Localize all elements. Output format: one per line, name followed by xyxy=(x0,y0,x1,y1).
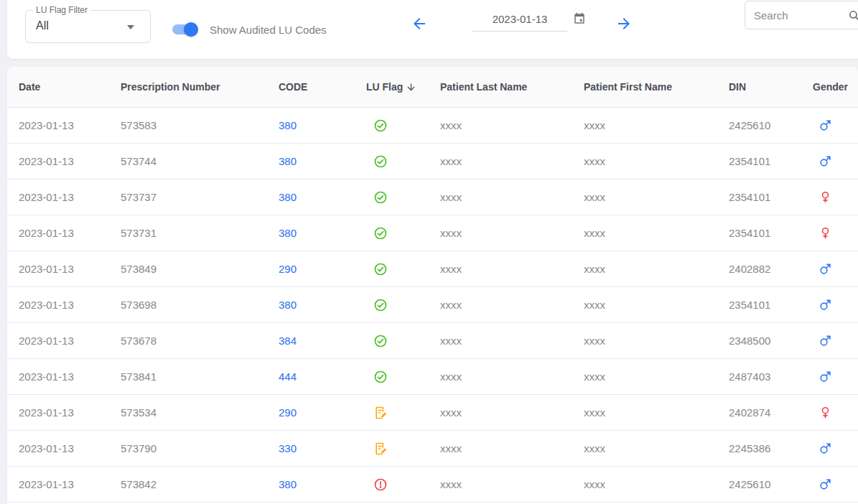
cell-patient-first-name: xxxx xyxy=(584,442,729,454)
code-link[interactable]: 380 xyxy=(279,478,297,490)
cell-patient-last-name: xxxx xyxy=(440,155,584,167)
cell-patient-last-name: xxxx xyxy=(440,335,584,347)
cell-din: 2354101 xyxy=(729,299,813,311)
check-circle-icon xyxy=(373,154,388,169)
table-row: 2023-01-13 573534 290 xxxx xxxx 2402874 xyxy=(7,395,858,431)
cell-patient-last-name: xxxx xyxy=(440,263,584,275)
code-link[interactable]: 380 xyxy=(279,299,297,311)
cell-patient-last-name: xxxx xyxy=(440,406,584,419)
calendar-picker-button[interactable] xyxy=(573,11,587,26)
cell-patient-last-name: xxxx xyxy=(440,227,584,239)
error-circle-icon xyxy=(373,477,388,492)
male-icon xyxy=(819,370,832,383)
column-header-lu-flag[interactable]: LU Flag xyxy=(366,81,440,93)
dropdown-caret-icon xyxy=(127,25,134,29)
column-header-prescription-number[interactable]: Prescription Number xyxy=(121,81,279,93)
show-audited-toggle-group: Show Audited LU Codes xyxy=(172,22,327,37)
table-row: 2023-01-13 573698 380 xxxx xxxx 2354101 xyxy=(7,287,858,323)
code-link[interactable]: 380 xyxy=(279,155,297,167)
table-row: 2023-01-13 573731 380 xxxx xxxx 2354101 xyxy=(7,215,858,251)
toolbar: LU Flag Filter All Show Audited LU Codes… xyxy=(7,0,858,59)
cell-din: 2402874 xyxy=(729,406,813,419)
cell-patient-last-name: xxxx xyxy=(440,478,584,490)
cell-patient-first-name: xxxx xyxy=(584,478,729,490)
column-header-patient-first-name[interactable]: Patient First Name xyxy=(584,81,729,93)
column-header-code[interactable]: CODE xyxy=(279,81,366,93)
cell-date: 2023-01-13 xyxy=(19,406,121,419)
column-header-patient-last-name[interactable]: Patient Last Name xyxy=(440,81,584,93)
date-value: 2023-01-13 xyxy=(493,13,548,25)
code-link[interactable]: 290 xyxy=(279,406,297,419)
cell-prescription-number: 573731 xyxy=(121,227,279,239)
edit-document-icon xyxy=(373,406,388,420)
table-body: 2023-01-13 573583 380 xxxx xxxx 2425610 xyxy=(7,108,858,503)
female-icon xyxy=(819,190,832,204)
code-link[interactable]: 330 xyxy=(279,442,297,454)
cell-patient-last-name: xxxx xyxy=(440,442,584,454)
cell-din: 2425610 xyxy=(729,478,813,490)
cell-date: 2023-01-13 xyxy=(19,335,121,347)
table-header: Date Prescription Number CODE LU Flag Pa… xyxy=(7,67,858,108)
cell-din: 2354101 xyxy=(729,191,813,203)
lu-codes-table: Date Prescription Number CODE LU Flag Pa… xyxy=(7,67,858,504)
arrow-right-icon xyxy=(615,15,633,32)
table-row: 2023-01-13 573841 444 xxxx xxxx 2487403 xyxy=(7,359,858,395)
cell-din: 2425610 xyxy=(729,119,813,131)
code-link[interactable]: 444 xyxy=(279,370,297,383)
male-icon xyxy=(819,334,832,347)
cell-prescription-number: 573583 xyxy=(121,119,279,131)
code-link[interactable]: 380 xyxy=(279,227,297,239)
male-icon xyxy=(819,442,832,455)
lu-flag-filter-value: All xyxy=(36,19,49,32)
cell-prescription-number: 573737 xyxy=(121,191,279,203)
cell-din: 2402882 xyxy=(729,263,813,275)
female-icon xyxy=(819,406,832,419)
cell-prescription-number: 573698 xyxy=(121,299,279,311)
check-circle-icon xyxy=(373,298,388,312)
search-input[interactable] xyxy=(754,1,847,29)
cell-patient-first-name: xxxx xyxy=(584,119,729,131)
cell-prescription-number: 573842 xyxy=(121,478,279,490)
table-row: 2023-01-13 573737 380 xxxx xxxx 2354101 xyxy=(7,179,858,215)
male-icon xyxy=(819,477,832,491)
cell-date: 2023-01-13 xyxy=(19,191,121,203)
column-header-gender[interactable]: Gender xyxy=(813,81,858,93)
cell-date: 2023-01-13 xyxy=(19,299,121,311)
cell-patient-first-name: xxxx xyxy=(584,335,729,347)
date-input[interactable]: 2023-01-13 xyxy=(472,9,567,32)
male-icon xyxy=(819,154,832,168)
code-link[interactable]: 384 xyxy=(279,335,297,347)
cell-patient-last-name: xxxx xyxy=(440,119,584,131)
cell-patient-first-name: xxxx xyxy=(584,227,729,239)
code-link[interactable]: 290 xyxy=(279,263,297,275)
column-header-date[interactable]: Date xyxy=(19,81,121,93)
table-row: 2023-01-13 573744 380 xxxx xxxx 2354101 xyxy=(7,144,858,179)
code-link[interactable]: 380 xyxy=(279,119,297,131)
cell-prescription-number: 573534 xyxy=(121,406,279,419)
calendar-icon xyxy=(573,12,586,25)
cell-patient-first-name: xxxx xyxy=(584,263,729,275)
check-circle-icon xyxy=(373,190,388,205)
check-circle-icon xyxy=(373,226,388,241)
lu-flag-filter-select[interactable]: LU Flag Filter All xyxy=(25,10,151,43)
cell-prescription-number: 573841 xyxy=(121,370,279,383)
search-box xyxy=(745,1,858,29)
previous-day-button[interactable] xyxy=(411,15,428,32)
cell-din: 2348500 xyxy=(729,335,813,347)
next-day-button[interactable] xyxy=(615,15,633,32)
show-audited-label: Show Audited LU Codes xyxy=(210,24,327,36)
cell-din: 2487403 xyxy=(729,370,813,383)
arrow-left-icon xyxy=(411,15,428,32)
cell-date: 2023-01-13 xyxy=(19,227,121,239)
check-circle-icon xyxy=(373,334,388,348)
cell-prescription-number: 573744 xyxy=(121,155,279,167)
check-circle-icon xyxy=(373,118,388,133)
cell-din: 2245386 xyxy=(729,442,813,454)
male-icon xyxy=(819,118,832,132)
male-icon xyxy=(819,298,832,312)
cell-date: 2023-01-13 xyxy=(19,442,121,454)
table-row: 2023-01-13 573583 380 xxxx xxxx 2425610 xyxy=(7,108,858,144)
show-audited-toggle[interactable] xyxy=(172,22,200,37)
column-header-din[interactable]: DIN xyxy=(729,81,813,93)
code-link[interactable]: 380 xyxy=(279,191,297,203)
